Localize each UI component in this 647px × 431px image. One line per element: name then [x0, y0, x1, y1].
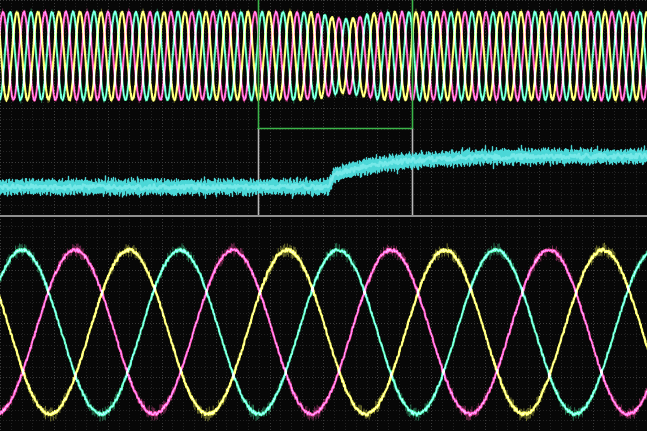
oscilloscope-display — [0, 0, 647, 431]
zoom-region-right-cursor[interactable] — [410, 0, 415, 215]
zoom-region-left-cursor[interactable] — [256, 0, 261, 215]
zoom-region-bottom-edge[interactable] — [258, 126, 412, 131]
panel-divider — [0, 214, 647, 219]
